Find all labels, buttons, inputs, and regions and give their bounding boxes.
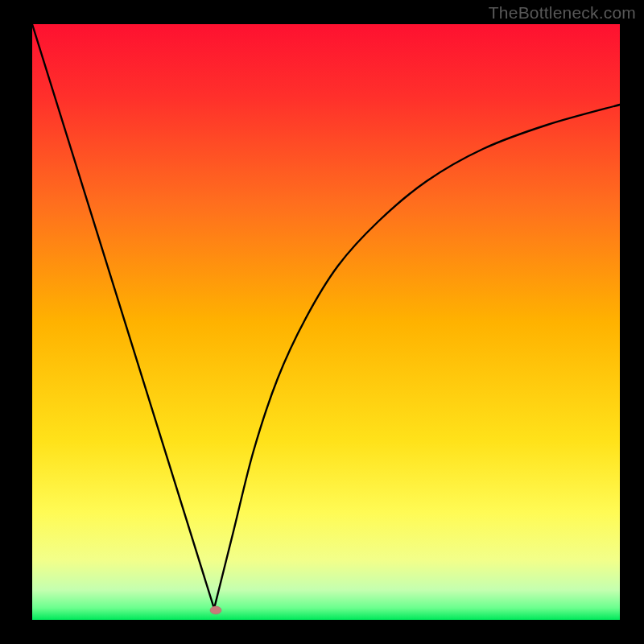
chart-frame: TheBottleneck.com bbox=[0, 0, 644, 644]
watermark-text: TheBottleneck.com bbox=[489, 3, 636, 23]
plot-background bbox=[32, 24, 620, 620]
minimum-dot bbox=[210, 606, 221, 614]
chart-svg bbox=[0, 0, 644, 644]
